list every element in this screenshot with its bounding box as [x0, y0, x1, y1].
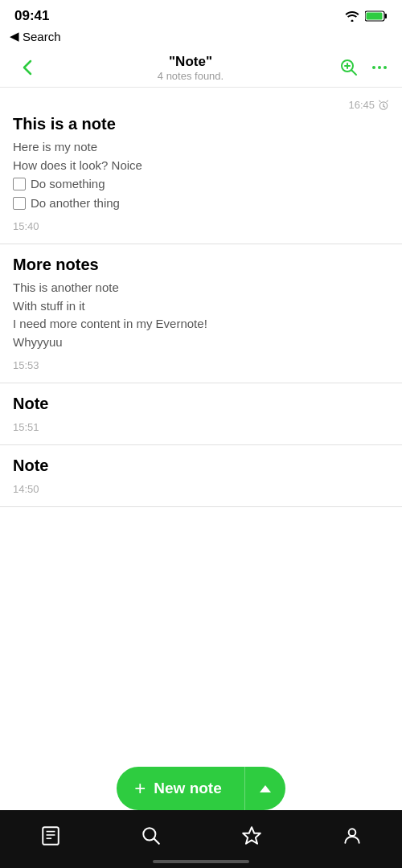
note-1-timestamp-top: 16:45: [348, 99, 389, 111]
note-2-timestamp-bottom: 15:53: [13, 359, 389, 371]
home-indicator: [153, 860, 249, 863]
note-1-checkbox-1[interactable]: Do something: [13, 175, 389, 194]
chevron-left-icon: [23, 59, 32, 76]
svg-line-14: [387, 100, 388, 101]
svg-point-7: [372, 66, 375, 69]
note-1-checkbox-2[interactable]: Do another thing: [13, 194, 389, 213]
checkbox-2-label: Do another thing: [31, 194, 120, 213]
note-3-title: Note: [13, 395, 389, 413]
search-icon: [141, 825, 162, 846]
back-button[interactable]: [13, 53, 42, 82]
svg-line-13: [379, 100, 380, 101]
nav-notes[interactable]: [31, 816, 71, 856]
note-4-title: Note: [13, 457, 389, 475]
new-note-expand-button[interactable]: [245, 767, 285, 810]
nav-search[interactable]: [131, 816, 171, 856]
new-note-button[interactable]: + New note: [117, 767, 285, 810]
note-2-line-3: I need more content in my Evernote!: [13, 315, 389, 334]
svg-rect-1: [385, 14, 388, 18]
svg-line-4: [352, 71, 357, 76]
svg-line-20: [154, 839, 158, 844]
chevron-up-icon: [260, 785, 271, 792]
battery-icon: [365, 10, 388, 22]
note-card-4[interactable]: Note 14:50: [0, 445, 402, 507]
note-3-timestamp-bottom: 15:51: [13, 421, 389, 433]
svg-point-22: [348, 829, 355, 836]
new-note-main: + New note: [117, 779, 244, 798]
note-4-timestamp-bottom: 14:50: [13, 483, 389, 495]
note-2-line-1: This is another note: [13, 279, 389, 297]
wifi-icon: [344, 10, 360, 22]
notes-icon: [40, 825, 61, 846]
alarm-icon: [378, 100, 389, 111]
header-subtitle: 4 notes found.: [42, 70, 339, 82]
checkbox-1-box[interactable]: [13, 178, 26, 190]
note-card-3[interactable]: Note 15:51: [0, 383, 402, 445]
notes-list[interactable]: 16:45 This is a note Here is my note How…: [0, 88, 402, 723]
note-card-1[interactable]: 16:45 This is a note Here is my note How…: [0, 88, 402, 244]
person-icon: [342, 825, 363, 846]
note-2-body: This is another note With stuff in it I …: [13, 279, 389, 351]
search-plus-icon: [339, 58, 359, 77]
status-bar: 09:41: [0, 0, 402, 27]
back-arrow-icon: ◀: [10, 29, 19, 43]
note-1-body: Here is my note How does it look? Noice …: [13, 138, 389, 212]
status-icons: [344, 10, 388, 22]
note-1-title: This is a note: [13, 115, 389, 133]
header-title: "Note": [42, 54, 339, 70]
ellipsis-icon: [370, 58, 389, 77]
header-center: "Note" 4 notes found.: [42, 54, 339, 82]
search-button[interactable]: [339, 58, 359, 77]
note-1-line-1: Here is my note: [13, 138, 389, 157]
header-actions: [339, 58, 389, 77]
svg-line-12: [384, 106, 385, 107]
back-nav[interactable]: ◀ Search: [0, 27, 402, 50]
svg-rect-2: [367, 13, 383, 20]
back-label: Search: [23, 30, 61, 43]
note-1-timestamp-bottom: 15:40: [13, 220, 389, 232]
checkbox-2-box[interactable]: [13, 197, 26, 210]
svg-rect-15: [43, 827, 59, 845]
star-icon: [241, 825, 262, 846]
nav-account[interactable]: [332, 816, 372, 856]
svg-point-8: [378, 66, 381, 69]
new-note-label: New note: [154, 780, 221, 797]
nav-favorites[interactable]: [232, 816, 272, 856]
svg-marker-21: [243, 827, 260, 844]
note-1-line-2: How does it look? Noice: [13, 157, 389, 175]
checkbox-1-label: Do something: [31, 175, 105, 194]
note-2-line-4: Whyyyuu: [13, 334, 389, 352]
note-card-2[interactable]: More notes This is another note With stu…: [0, 244, 402, 383]
svg-point-9: [384, 66, 387, 69]
bottom-nav: [0, 810, 402, 868]
header: "Note" 4 notes found.: [0, 50, 402, 88]
note-2-line-2: With stuff in it: [13, 297, 389, 316]
status-time: 09:41: [14, 8, 49, 24]
plus-icon: +: [134, 779, 146, 798]
note-2-title: More notes: [13, 256, 389, 274]
more-button[interactable]: [370, 58, 389, 77]
new-note-container: + New note: [0, 767, 402, 810]
